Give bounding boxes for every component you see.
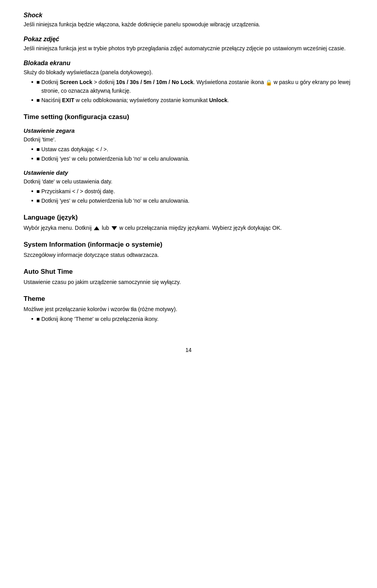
ustawienie-zegara-title: Ustawienie zegara bbox=[24, 127, 353, 134]
bullet-marker: ■ bbox=[37, 78, 41, 86]
up-icon bbox=[94, 226, 99, 230]
blokada-ekranu-section: Blokada ekranu Służy do blokady wyświetl… bbox=[24, 60, 353, 104]
language-section: Language (język) Wybór języka menu. Dotk… bbox=[24, 214, 353, 232]
pokaz-zdjec-body: Jeśli niniejsza funkcja jest w trybie ph… bbox=[24, 44, 353, 53]
bullet-yes-time-text: Dotknij 'yes' w celu potwierdzenia lub '… bbox=[41, 155, 189, 163]
shock-title: Shock bbox=[24, 12, 353, 19]
shock-body: Jeśli niniejsza funkcja będzie włączona,… bbox=[24, 20, 353, 29]
bullet-czas-text: Ustaw czas dotykając < / >. bbox=[41, 145, 108, 154]
language-body-after: w celu przełączania między językami. Wyb… bbox=[118, 225, 282, 231]
theme-body: Możliwe jest przełączanie kolorów i wzor… bbox=[24, 305, 353, 313]
bullet-date-nav-text: Przyciskami < / > dostrój datę. bbox=[41, 187, 115, 196]
ustawienie-zegara-intro: Dotknij 'time'. bbox=[24, 136, 353, 144]
system-information-title: System Information (informacje o systemi… bbox=[24, 241, 353, 249]
shock-section: Shock Jeśli niniejsza funkcja będzie włą… bbox=[24, 12, 353, 29]
bullet-exit-text: Naciśnij EXIT w celu odblokowania; wyświ… bbox=[41, 96, 229, 104]
theme-bullets: ■ Dotknij ikonę 'Theme' w celu przełącze… bbox=[31, 315, 353, 323]
system-information-body: Szczegółowy informacje dotyczące status … bbox=[24, 251, 353, 259]
ustawienie-daty-intro: Dotknij 'date' w celu ustawienia daty. bbox=[24, 178, 353, 186]
blokada-ekranu-title: Blokada ekranu bbox=[24, 60, 353, 67]
lock-icon: 🔒 bbox=[265, 79, 272, 87]
list-item: ■ Dotknij ikonę 'Theme' w celu przełącze… bbox=[31, 315, 353, 323]
blokada-ekranu-subtitle: Służy do blokady wyświetlacza (panela do… bbox=[24, 68, 353, 77]
bullet-screen-lock-text: Dotknij Screen Lock > dotknij 10s / 30s … bbox=[41, 78, 353, 95]
ustawienie-zegara-bullets: ■ Ustaw czas dotykając < / >. ■ Dotknij … bbox=[31, 145, 353, 163]
pokaz-zdjec-title: Pokaz zdjęć bbox=[24, 36, 353, 43]
language-body-middle: lub bbox=[100, 225, 110, 231]
bullet-marker: ■ bbox=[37, 96, 41, 104]
down-icon bbox=[112, 226, 117, 230]
auto-shut-time-section: Auto Shut Time Ustawienie czasu po jakim… bbox=[24, 268, 353, 286]
blokada-bullets: ■ Dotknij Screen Lock > dotknij 10s / 30… bbox=[31, 78, 353, 104]
list-item: ■ Ustaw czas dotykając < / >. bbox=[31, 145, 353, 154]
pokaz-zdjec-section: Pokaz zdjęć Jeśli niniejsza funkcja jest… bbox=[24, 36, 353, 53]
time-setting-title: Time setting (konfiguracja czasu) bbox=[24, 113, 353, 121]
bullet-marker: ■ bbox=[37, 187, 41, 196]
list-item: ■ Dotknij 'yes' w celu potwierdzenia lub… bbox=[31, 155, 353, 163]
language-title: Language (język) bbox=[24, 214, 353, 222]
theme-title: Theme bbox=[24, 295, 353, 303]
theme-section: Theme Możliwe jest przełączanie kolorów … bbox=[24, 295, 353, 323]
auto-shut-time-body: Ustawienie czasu po jakim urządzenie sam… bbox=[24, 278, 353, 286]
language-body: Wybór języka menu. Dotknij lub w celu pr… bbox=[24, 224, 353, 232]
bullet-theme-text: Dotknij ikonę 'Theme' w celu przełączeni… bbox=[41, 315, 158, 323]
bullet-yes-date-text: Dotknij 'yes' w celu potwierdzenia lub '… bbox=[41, 197, 189, 205]
bullet-marker: ■ bbox=[37, 197, 41, 205]
ustawienie-daty-title: Ustawienie daty bbox=[24, 169, 353, 176]
bullet-marker: ■ bbox=[37, 155, 41, 163]
list-item: ■ Przyciskami < / > dostrój datę. bbox=[31, 187, 353, 196]
list-item: ■ Naciśnij EXIT w celu odblokowania; wyś… bbox=[31, 96, 353, 104]
time-setting-section: Time setting (konfiguracja czasu) Ustawi… bbox=[24, 113, 353, 205]
list-item: ■ Dotknij Screen Lock > dotknij 10s / 30… bbox=[31, 78, 353, 95]
bullet-marker: ■ bbox=[37, 315, 41, 323]
system-information-section: System Information (informacje o systemi… bbox=[24, 241, 353, 259]
auto-shut-time-title: Auto Shut Time bbox=[24, 268, 353, 276]
ustawienie-daty-bullets: ■ Przyciskami < / > dostrój datę. ■ Dotk… bbox=[31, 187, 353, 205]
page-number: 14 bbox=[24, 347, 353, 353]
language-body-before: Wybór języka menu. Dotknij bbox=[24, 225, 93, 231]
bullet-marker: ■ bbox=[37, 145, 41, 154]
list-item: ■ Dotknij 'yes' w celu potwierdzenia lub… bbox=[31, 197, 353, 205]
